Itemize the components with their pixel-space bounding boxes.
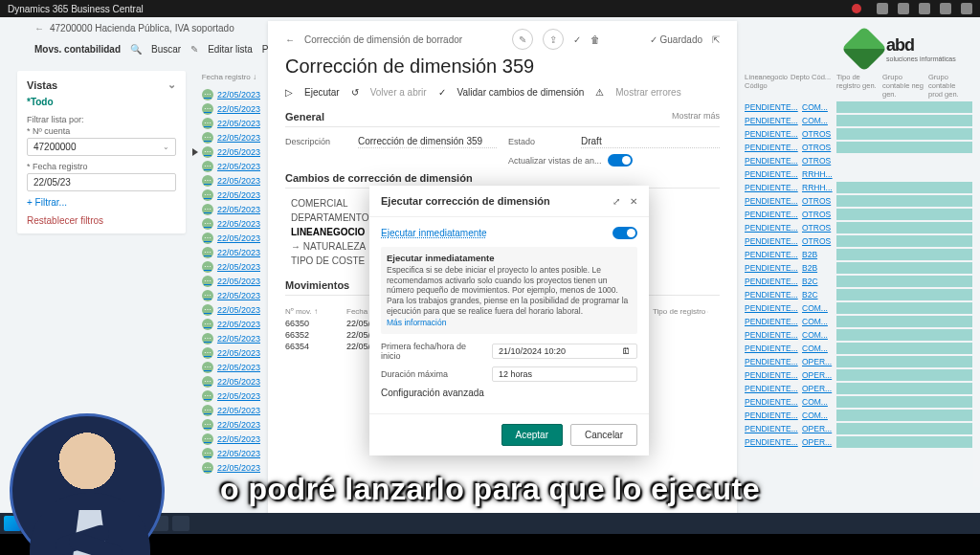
cancel-button[interactable]: Cancelar	[570, 424, 637, 446]
view-all[interactable]: *Todo	[27, 97, 176, 107]
status-row[interactable]: ⋯22/05/2023	[195, 87, 260, 101]
start-field[interactable]: 21/10/2024 10:20🗓	[492, 344, 637, 359]
status-row[interactable]: ⋯22/05/2023	[195, 446, 260, 460]
search-icon[interactable]: 🔍	[130, 44, 142, 55]
status-row[interactable]: ⋯22/05/2023	[195, 417, 260, 432]
right-row[interactable]: PENDIENTE...OTROS	[745, 127, 972, 141]
desc-value[interactable]: Corrección de dimensión 359	[358, 135, 497, 148]
maximize-icon[interactable]	[940, 3, 951, 14]
run-immediately-toggle[interactable]	[612, 227, 637, 239]
status-row[interactable]: ⋯22/05/2023	[195, 245, 260, 259]
status-row[interactable]: ⋯22/05/2023	[195, 403, 260, 417]
app-icon-6[interactable]	[172, 516, 189, 531]
right-row[interactable]: PENDIENTE...COM...	[745, 114, 972, 127]
status-row[interactable]: ⋯22/05/2023	[195, 173, 260, 188]
right-row[interactable]: PENDIENTE...COM...	[745, 328, 972, 342]
settings-icon[interactable]	[877, 3, 888, 14]
right-row[interactable]: PENDIENTE...RRHH...	[745, 181, 972, 194]
right-row[interactable]: PENDIENTE...COM...	[745, 395, 972, 409]
update-views-toggle[interactable]	[608, 154, 633, 166]
right-row[interactable]: PENDIENTE...B2C	[745, 288, 972, 301]
status-row[interactable]: ⋯22/05/2023	[195, 360, 260, 374]
status-row[interactable]: ⋯22/05/2023	[195, 432, 260, 446]
status-row[interactable]: ⋯22/05/2023	[195, 159, 260, 173]
close-icon[interactable]	[961, 3, 972, 14]
trash-icon[interactable]: 🗑	[590, 34, 600, 45]
status-row[interactable]: ⋯22/05/2023	[195, 101, 260, 116]
status-row[interactable]: ⋯22/05/2023	[195, 202, 260, 216]
notification-badge[interactable]	[852, 4, 861, 13]
right-row[interactable]: PENDIENTE...B2B	[745, 248, 972, 261]
status-row[interactable]: ⋯22/05/2023	[195, 302, 260, 317]
advanced-config[interactable]: Configuración avanzada	[381, 388, 637, 398]
status-row[interactable]: ⋯22/05/2023	[195, 345, 260, 360]
right-row[interactable]: PENDIENTE...B2B	[745, 261, 972, 275]
edit-icon[interactable]: ✎	[190, 44, 198, 55]
status-row[interactable]: ⋯22/05/2023	[195, 317, 260, 331]
right-row[interactable]: PENDIENTE...OPER...	[745, 435, 972, 449]
account-input[interactable]: 47200000⌄	[27, 138, 176, 156]
validate-action[interactable]: Validar cambios de dimensión	[457, 87, 585, 98]
status-row[interactable]: ⋯22/05/2023	[195, 331, 260, 345]
right-col-header[interactable]: Tipo de registro gen.	[836, 73, 879, 99]
back-icon[interactable]: ←	[285, 34, 295, 45]
right-row[interactable]: PENDIENTE...OTROS	[745, 208, 972, 221]
status-row[interactable]: ⋯22/05/2023	[195, 288, 260, 302]
status-row[interactable]: ⋯22/05/2023	[195, 188, 260, 202]
reset-filters-link[interactable]: Restablecer filtros	[27, 215, 176, 226]
right-row[interactable]: PENDIENTE...OPER...	[745, 382, 972, 395]
accept-button[interactable]: Aceptar	[501, 424, 563, 446]
right-row[interactable]: PENDIENTE...OPER...	[745, 355, 972, 368]
restore-action[interactable]: Volver a abrir	[370, 87, 427, 98]
help-icon[interactable]	[898, 3, 909, 14]
back-icon[interactable]: ←	[34, 23, 44, 33]
run-action[interactable]: Ejecutar	[304, 87, 340, 98]
right-row[interactable]: PENDIENTE...OPER...	[745, 422, 972, 435]
right-row[interactable]: PENDIENTE...OTROS	[745, 234, 972, 248]
right-row[interactable]: PENDIENTE...COM...	[745, 342, 972, 355]
show-more-link[interactable]: Mostrar más	[672, 111, 720, 122]
right-row[interactable]: PENDIENTE...B2C	[745, 275, 972, 288]
add-filter-link[interactable]: + Filtrar...	[27, 197, 176, 208]
close-icon[interactable]: ✕	[630, 196, 637, 207]
right-col-header[interactable]: Grupo contable prod gen.	[928, 73, 970, 99]
right-row[interactable]: PENDIENTE...COM...	[745, 301, 972, 315]
right-row[interactable]: PENDIENTE...OTROS	[745, 154, 972, 167]
popout-icon[interactable]: ⇱	[712, 34, 720, 45]
chevron-down-icon[interactable]: ⌄	[167, 78, 176, 91]
duration-field[interactable]: 12 horas	[492, 366, 637, 382]
edit-circle-icon[interactable]: ✎	[512, 29, 533, 50]
status-row[interactable]: ⋯22/05/2023	[195, 374, 260, 388]
status-row[interactable]: ⋯22/05/2023	[195, 231, 260, 245]
calendar-icon[interactable]: 🗓	[622, 346, 631, 356]
status-row[interactable]: ⋯22/05/2023	[195, 388, 260, 403]
status-row[interactable]: ⋯22/05/2023	[195, 116, 260, 130]
search-action[interactable]: Buscar	[151, 44, 181, 55]
right-row[interactable]: PENDIENTE...COM...	[745, 100, 972, 114]
run-immediately-label[interactable]: Ejecutar inmediatamente	[381, 228, 487, 238]
right-row[interactable]: PENDIENTE...OTROS	[745, 194, 972, 208]
mov-col-header[interactable]: Tipo de registro gen.	[653, 307, 708, 316]
right-col-header[interactable]: Depto Cód...	[791, 73, 833, 99]
status-row[interactable]: ⋯22/05/2023	[195, 144, 260, 159]
date-input[interactable]: 22/05/23	[27, 173, 176, 191]
expand-icon[interactable]: ⤢	[612, 196, 620, 207]
right-row[interactable]: PENDIENTE...RRHH...	[745, 167, 972, 181]
errors-action[interactable]: Mostrar errores	[615, 87, 680, 98]
edit-list-action[interactable]: Editar lista	[208, 44, 253, 55]
status-row[interactable]: ⋯22/05/2023	[195, 216, 260, 231]
minimize-icon[interactable]	[919, 3, 930, 14]
status-row[interactable]: ⋯22/05/2023	[195, 259, 260, 274]
right-row[interactable]: PENDIENTE...COM...	[745, 315, 972, 328]
right-row[interactable]: PENDIENTE...OTROS	[745, 141, 972, 154]
mov-col-header[interactable]: Nº mov. ↑	[285, 307, 341, 316]
share-circle-icon[interactable]: ⇪	[543, 29, 564, 50]
status-row[interactable]: ⋯22/05/2023	[195, 130, 260, 144]
right-col-header[interactable]: Grupo contable neg gen.	[882, 73, 924, 99]
right-col-header[interactable]: Líneanegocio Código	[745, 73, 787, 99]
dropdown-icon[interactable]: ⌄	[163, 143, 169, 151]
right-row[interactable]: PENDIENTE...COM...	[745, 409, 972, 422]
right-row[interactable]: PENDIENTE...OPER...	[745, 368, 972, 382]
more-info-link[interactable]: Más información	[387, 318, 632, 328]
status-row[interactable]: ⋯22/05/2023	[195, 274, 260, 288]
